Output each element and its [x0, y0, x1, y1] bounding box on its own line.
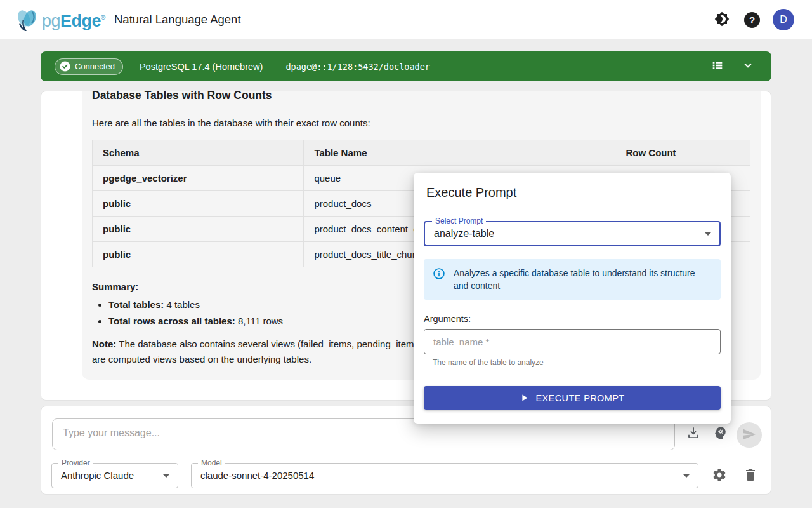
thinking-mode-button[interactable]	[712, 426, 728, 441]
message-heading: Database Tables with Row Counts	[92, 91, 750, 102]
pgedge-logo: pgEdge®	[14, 6, 105, 36]
connected-status-badge: Connected	[55, 58, 123, 75]
prompt-description: Analyzes a specific database table to un…	[454, 267, 710, 292]
dropdown-arrow-icon	[163, 474, 169, 478]
column-header-table-name: Table Name	[304, 140, 615, 166]
connection-string: dpage@::1/128:5432/docloader	[285, 62, 430, 72]
model-label: Model	[198, 458, 225, 467]
execute-prompt-dialog: Execute Prompt Select Prompt analyze-tab…	[414, 173, 731, 424]
download-icon	[686, 425, 701, 443]
send-icon	[742, 427, 756, 443]
dropdown-arrow-icon	[683, 474, 690, 478]
model-select[interactable]: Model claude-sonnet-4-20250514	[191, 463, 698, 488]
server-version-label: PostgreSQL 17.4 (Homebrew)	[140, 62, 263, 72]
settings-button[interactable]	[712, 468, 727, 483]
prompt-info-alert: Analyzes a specific database table to un…	[424, 259, 721, 300]
argument-helper-text: The name of the table to analyze	[433, 358, 721, 367]
info-icon	[433, 267, 445, 292]
arguments-label: Arguments:	[424, 314, 721, 324]
dialog-divider	[424, 208, 721, 208]
select-prompt-label: Select Prompt	[432, 217, 486, 225]
view-list-icon	[710, 58, 724, 74]
column-header-row-count: Row Count	[615, 140, 750, 166]
help-button[interactable]: ?	[744, 12, 760, 28]
provider-label: Provider	[58, 458, 93, 467]
dropdown-arrow-icon	[705, 232, 711, 236]
check-circle-icon	[60, 61, 70, 72]
connection-expand-button[interactable]	[738, 57, 757, 76]
question-mark-icon: ?	[749, 15, 755, 25]
clear-chat-button[interactable]	[743, 468, 758, 483]
download-button[interactable]	[686, 426, 701, 441]
brightness-icon	[714, 11, 730, 29]
app-header: pgEdge® Natural Language Agent ? D	[0, 0, 812, 39]
execute-prompt-button[interactable]: EXECUTE PROMPT	[424, 386, 721, 410]
page-title: Natural Language Agent	[114, 0, 241, 39]
user-avatar[interactable]: D	[773, 9, 794, 30]
pgedge-logo-text: pgEdge®	[42, 11, 105, 31]
connection-status-bar: Connected PostgreSQL 17.4 (Homebrew) dpa…	[41, 51, 771, 81]
message-intro: Here are all the tables in the database …	[92, 117, 750, 128]
send-button[interactable]	[737, 422, 762, 448]
model-value: claude-sonnet-4-20250514	[192, 464, 698, 488]
table-name-input[interactable]	[424, 329, 721, 354]
dialog-title: Execute Prompt	[426, 185, 721, 200]
pgedge-logo-icon	[14, 6, 41, 36]
dark-mode-toggle-button[interactable]	[714, 12, 730, 27]
psychology-icon	[712, 425, 728, 443]
gear-icon	[712, 467, 727, 485]
select-prompt-dropdown[interactable]: Select Prompt analyze-table	[424, 221, 721, 246]
app-window: pgEdge® Natural Language Agent ? D Conne…	[0, 0, 812, 508]
provider-select[interactable]: Provider Anthropic Claude	[51, 463, 178, 488]
connection-list-button[interactable]	[708, 57, 727, 76]
trash-icon	[743, 467, 758, 485]
column-header-schema: Schema	[93, 140, 304, 166]
select-prompt-value: analyze-table	[425, 222, 719, 245]
play-icon	[520, 393, 529, 403]
chevron-down-icon	[741, 58, 755, 74]
table-header-row: Schema Table Name Row Count	[93, 140, 750, 166]
